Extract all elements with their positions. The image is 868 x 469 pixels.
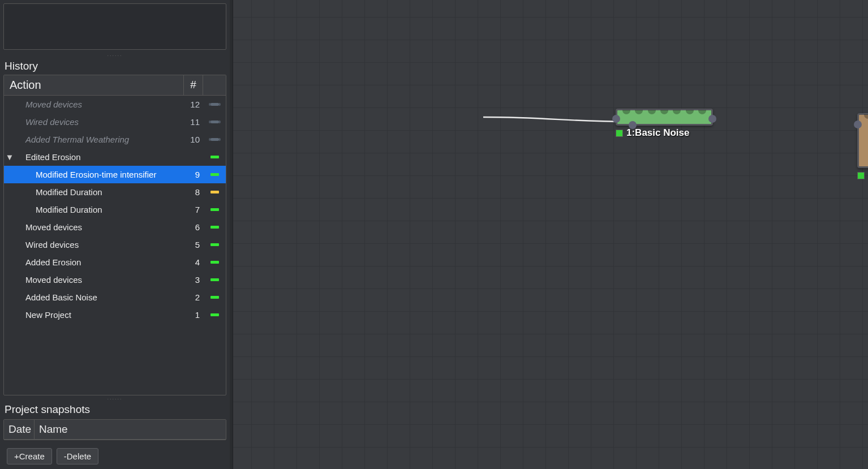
snapshots-header: Date Name bbox=[4, 420, 226, 440]
green-indicator-icon bbox=[210, 261, 219, 264]
history-row-indicator bbox=[203, 261, 226, 264]
green-indicator-icon bbox=[210, 243, 219, 246]
yellow-indicator-icon bbox=[210, 191, 219, 193]
history-col-action[interactable]: Action bbox=[4, 75, 184, 95]
snapshots-col-name[interactable]: Name bbox=[35, 420, 226, 439]
node-graph-canvas[interactable]: 1:Basic Noise 2:Erosion bbox=[230, 0, 868, 469]
history-row-indicator bbox=[203, 156, 226, 158]
sidebar-resize-handle[interactable] bbox=[230, 0, 233, 469]
history-row-number: 2 bbox=[184, 292, 203, 302]
node-port-in[interactable] bbox=[612, 115, 620, 123]
history-row-label: Moved devices bbox=[15, 100, 184, 109]
history-row-label: Wired devices bbox=[15, 240, 184, 249]
delete-button[interactable]: -Delete bbox=[57, 448, 98, 464]
node-erosion-label: 2:Erosion bbox=[857, 170, 868, 181]
history-row[interactable]: Modified Duration8 bbox=[4, 183, 226, 201]
history-row-label: Wired devices bbox=[15, 117, 184, 127]
app-root: ...... History Action # Moved devices12W… bbox=[0, 0, 868, 469]
history-row-number: 8 bbox=[184, 187, 203, 197]
green-indicator-icon bbox=[210, 156, 219, 158]
history-row-number: 10 bbox=[184, 135, 203, 144]
snapshots-col-date[interactable]: Date bbox=[4, 420, 35, 439]
history-row-indicator bbox=[203, 103, 226, 106]
history-row-indicator bbox=[203, 121, 226, 123]
history-header: Action # bbox=[4, 75, 226, 96]
status-swatch-icon bbox=[857, 172, 865, 179]
gray-indicator-icon bbox=[210, 121, 219, 123]
node-basic-noise-label: 1:Basic Noise bbox=[616, 127, 690, 139]
snapshots-buttons: +Create -Delete bbox=[3, 442, 226, 466]
gray-indicator-icon bbox=[210, 103, 219, 106]
history-row-number: 5 bbox=[184, 240, 203, 249]
history-row-number: 4 bbox=[184, 257, 203, 267]
history-row[interactable]: Moved devices6 bbox=[4, 218, 226, 236]
history-row[interactable]: Modified Duration7 bbox=[4, 201, 226, 218]
history-row[interactable]: Added Basic Noise2 bbox=[4, 289, 226, 306]
history-row[interactable]: ▼Edited Erosion bbox=[4, 148, 226, 166]
history-row-indicator bbox=[203, 173, 226, 176]
history-row-indicator bbox=[203, 278, 226, 281]
history-title: History bbox=[5, 60, 226, 72]
history-row-label: Modified Duration bbox=[15, 205, 184, 214]
history-row-number: 6 bbox=[184, 222, 203, 232]
node-port-in[interactable] bbox=[854, 121, 862, 128]
expand-caret-icon[interactable]: ▼ bbox=[4, 152, 15, 162]
node-basic-noise[interactable]: 1:Basic Noise bbox=[616, 109, 713, 126]
gray-indicator-icon bbox=[210, 138, 219, 141]
history-row[interactable]: Added Thermal Weathering10 bbox=[4, 131, 226, 148]
create-button[interactable]: +Create bbox=[7, 448, 52, 464]
history-row-label: New Project bbox=[15, 310, 184, 320]
history-row-indicator bbox=[203, 138, 226, 141]
history-row-label: Added Basic Noise bbox=[15, 292, 184, 302]
history-row-number: 9 bbox=[184, 170, 203, 179]
history-row[interactable]: Wired devices5 bbox=[4, 236, 226, 253]
green-indicator-icon bbox=[210, 226, 219, 229]
history-row-label: Edited Erosion bbox=[15, 152, 184, 162]
history-row-label: Added Thermal Weathering bbox=[15, 135, 184, 144]
snapshots-title: Project snapshots bbox=[5, 403, 226, 416]
history-row-indicator bbox=[203, 296, 226, 299]
history-row-label: Added Erosion bbox=[15, 257, 184, 267]
green-indicator-icon bbox=[210, 278, 219, 281]
green-indicator-icon bbox=[210, 313, 219, 316]
splitter-grip-bottom[interactable]: ...... bbox=[3, 395, 226, 401]
splitter-grip-top[interactable]: ...... bbox=[3, 52, 226, 58]
sidebar: ...... History Action # Moved devices12W… bbox=[0, 0, 230, 469]
history-row-number: 12 bbox=[184, 100, 203, 109]
history-row[interactable]: Wired devices11 bbox=[4, 113, 226, 131]
history-col-number[interactable]: # bbox=[184, 75, 203, 95]
history-row[interactable]: Moved devices3 bbox=[4, 271, 226, 289]
history-row-label: Modified Duration bbox=[15, 187, 184, 197]
history-row-number: 11 bbox=[184, 117, 203, 127]
node-erosion[interactable]: 2:Erosion bbox=[857, 113, 868, 168]
node-port-out[interactable] bbox=[708, 115, 716, 123]
history-row[interactable]: New Project1 bbox=[4, 306, 226, 324]
preview-pane bbox=[3, 3, 226, 50]
history-list[interactable]: Moved devices12Wired devices11Added Ther… bbox=[4, 96, 226, 395]
history-row-label: Modified Erosion-time intensifier bbox=[15, 170, 184, 179]
history-row-indicator bbox=[203, 226, 226, 229]
snapshots-panel: Date Name bbox=[3, 419, 226, 440]
history-row-indicator bbox=[203, 208, 226, 211]
node-label-text: 1:Basic Noise bbox=[626, 127, 690, 139]
history-row-number: 1 bbox=[184, 310, 203, 320]
history-row-label: Moved devices bbox=[15, 275, 184, 285]
green-indicator-icon bbox=[210, 173, 219, 176]
wire-connector bbox=[230, 0, 868, 226]
status-swatch-icon bbox=[616, 130, 623, 137]
history-row[interactable]: Modified Erosion-time intensifier9 bbox=[4, 166, 226, 183]
history-row[interactable]: Moved devices12 bbox=[4, 96, 226, 113]
history-panel: Action # Moved devices12Wired devices11A… bbox=[3, 75, 226, 395]
history-row-indicator bbox=[203, 313, 226, 316]
history-row-number: 7 bbox=[184, 205, 203, 214]
history-row-indicator bbox=[203, 243, 226, 246]
history-row-indicator bbox=[203, 191, 226, 193]
history-row-label: Moved devices bbox=[15, 222, 184, 232]
green-indicator-icon bbox=[210, 208, 219, 211]
history-col-indicator bbox=[203, 75, 226, 95]
history-row-number: 3 bbox=[184, 275, 203, 285]
green-indicator-icon bbox=[210, 296, 219, 299]
history-row[interactable]: Added Erosion4 bbox=[4, 253, 226, 271]
